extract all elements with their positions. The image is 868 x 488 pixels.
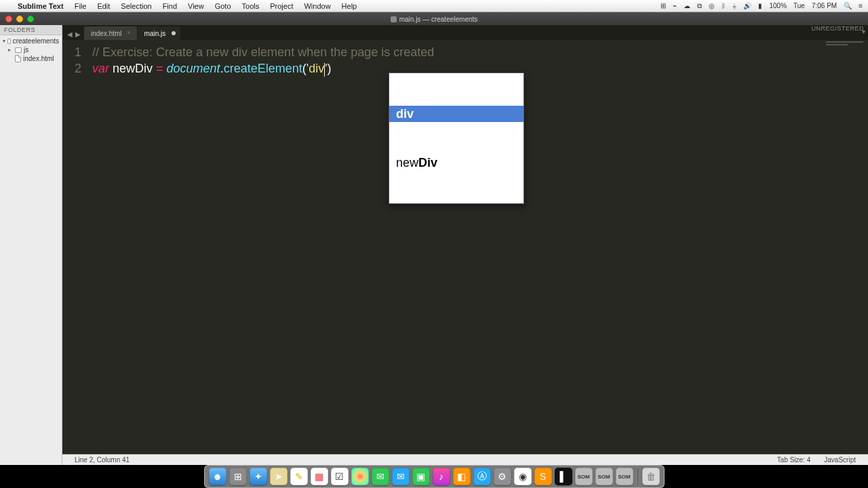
dock-notes-icon[interactable]: ✎	[290, 468, 308, 485]
code-content[interactable]: // Exercise: Create a new div element wh…	[87, 40, 868, 454]
dock-appstore-icon[interactable]: Ⓐ	[473, 468, 491, 485]
dock-separator	[637, 469, 638, 485]
sublime-window: main.js — createelements UNREGISTERED FO…	[0, 12, 868, 465]
clock-day[interactable]: Tue	[793, 2, 805, 9]
line-gutter: 1 2	[62, 40, 87, 454]
editor-area: ◀ ▶ index.html × main.js ▾ 1 2 // E	[62, 25, 868, 465]
dock-finder-icon[interactable]: ☻	[209, 468, 226, 485]
battery-icon[interactable]: ▮	[758, 2, 762, 9]
line-number: 1	[62, 44, 81, 60]
menu-file[interactable]: File	[69, 2, 92, 10]
autocomplete-popup[interactable]: div newDiv	[389, 73, 524, 204]
code-line-1[interactable]: // Exercise: Create a new div element wh…	[92, 44, 868, 60]
dock-calendar-icon[interactable]: ▦	[311, 468, 328, 485]
tree-folder-root[interactable]: ▾ createelements	[0, 37, 62, 45]
tree-file-index[interactable]: index.html	[0, 54, 62, 63]
menu-help[interactable]: Help	[336, 2, 363, 10]
unregistered-label: UNREGISTERED	[811, 25, 864, 32]
autocomplete-item-div[interactable]: div	[389, 106, 524, 122]
tab-dirty-icon	[172, 31, 176, 35]
tab-label: index.html	[91, 30, 122, 37]
window-title: main.js — createelements	[0, 16, 868, 23]
autocomplete-item-newdiv[interactable]: newDiv	[389, 155, 524, 171]
tab-index-html[interactable]: index.html ×	[84, 26, 137, 40]
dock-trash-icon[interactable]: 🗑	[642, 468, 660, 485]
sidebar[interactable]: FOLDERS ▾ createelements ▸ js index.html	[0, 25, 62, 465]
menu-project[interactable]: Project	[264, 2, 298, 10]
spotlight-icon[interactable]: 🔍	[844, 2, 852, 9]
code-editor[interactable]: 1 2 // Exercise: Create a new div elemen…	[62, 40, 868, 454]
nav-back-button[interactable]: ◀	[66, 31, 73, 38]
dock-app-icon[interactable]: SOM	[575, 468, 593, 485]
menu-view[interactable]: View	[182, 2, 210, 10]
menu-tools[interactable]: Tools	[237, 2, 265, 10]
minimap-line	[826, 44, 848, 45]
window-titlebar[interactable]: main.js — createelements	[0, 13, 868, 25]
clock-time[interactable]: 7:06 PM	[812, 2, 837, 9]
dock-app-icon[interactable]: SOM	[616, 468, 633, 485]
dock-maps-icon[interactable]: ➤	[270, 468, 288, 485]
menu-window[interactable]: Window	[298, 2, 336, 10]
line-number: 2	[62, 60, 81, 77]
nav-forward-button[interactable]: ▶	[75, 31, 81, 38]
folder-icon	[7, 39, 11, 44]
dock-launchpad-icon[interactable]: ⊞	[229, 468, 247, 485]
tree-folder-js[interactable]: ▸ js	[0, 45, 62, 54]
dock-sublime-icon[interactable]: S	[534, 468, 552, 485]
tree-label: js	[24, 46, 28, 54]
status-language[interactable]: JavaScript	[817, 456, 863, 464]
menu-extra-icon[interactable]: ⌁	[673, 2, 677, 9]
tree-label: createelements	[13, 37, 59, 45]
dock-facetime-icon[interactable]: ▣	[412, 468, 430, 485]
text-cursor	[324, 63, 325, 77]
menu-extra-icon[interactable]: ☁	[684, 2, 690, 9]
minimap[interactable]	[826, 41, 865, 49]
battery-percent: 100%	[769, 2, 787, 9]
menu-edit[interactable]: Edit	[92, 2, 115, 10]
tab-label: main.js	[144, 30, 166, 37]
dock-photos-icon[interactable]	[351, 468, 369, 485]
menu-extra-icon[interactable]: ◎	[709, 2, 715, 9]
tab-bar: ◀ ▶ index.html × main.js ▾	[62, 25, 868, 40]
notification-center-icon[interactable]: ≡	[859, 2, 863, 9]
minimap-line	[826, 41, 863, 43]
dock-app-icon[interactable]: SOM	[595, 468, 613, 485]
dock-messages-icon[interactable]: ✉	[372, 468, 389, 485]
tree-label: index.html	[23, 55, 54, 62]
tab-close-icon[interactable]: ×	[127, 30, 133, 35]
dock-reminders-icon[interactable]: ☑	[331, 468, 349, 485]
volume-icon[interactable]: 🔊	[743, 2, 751, 9]
folder-icon	[15, 47, 22, 53]
menu-find[interactable]: Find	[157, 2, 182, 10]
menu-goto[interactable]: Goto	[210, 2, 237, 10]
dock-ibooks-icon[interactable]: ◧	[453, 468, 471, 485]
disclosure-arrow-icon[interactable]: ▸	[8, 47, 13, 53]
menu-selection[interactable]: Selection	[115, 2, 157, 10]
tab-main-js[interactable]: main.js	[138, 26, 181, 40]
dock: ☻ ⊞ ✦ ➤ ✎ ▦ ☑ ✉ ✉ ▣ ♪ ◧ Ⓐ ⚙ ◉ S ▌ SOM SO…	[0, 465, 868, 488]
folder-tree: ▾ createelements ▸ js index.html	[0, 35, 62, 64]
mac-menubar: Sublime Text File Edit Selection Find Vi…	[0, 0, 868, 12]
menu-extra-icon[interactable]: ⊞	[660, 2, 666, 9]
status-tab-size[interactable]: Tab Size: 4	[770, 456, 817, 464]
dock-safari-icon[interactable]: ✦	[250, 468, 267, 485]
dock-itunes-icon[interactable]: ♪	[433, 468, 450, 485]
bluetooth-icon[interactable]: ᛒ	[722, 2, 726, 9]
wifi-icon[interactable]: ⏚	[732, 2, 736, 9]
dock-terminal-icon[interactable]: ▌	[555, 468, 572, 485]
sidebar-header: FOLDERS	[0, 25, 62, 35]
status-cursor-pos[interactable]: Line 2, Column 41	[68, 456, 136, 464]
app-menu[interactable]: Sublime Text	[12, 2, 69, 10]
dock-background: ☻ ⊞ ✦ ➤ ✎ ▦ ☑ ✉ ✉ ▣ ♪ ◧ Ⓐ ⚙ ◉ S ▌ SOM SO…	[204, 465, 665, 488]
file-icon	[15, 55, 21, 62]
menu-extra-icon[interactable]: ⧉	[697, 2, 702, 10]
dock-preferences-icon[interactable]: ⚙	[494, 468, 511, 485]
status-bar: Line 2, Column 41 Tab Size: 4 JavaScript	[62, 454, 868, 465]
dock-chrome-icon[interactable]: ◉	[514, 468, 532, 485]
disclosure-arrow-icon[interactable]: ▾	[3, 38, 5, 44]
dock-mail-icon[interactable]: ✉	[392, 468, 410, 485]
file-icon	[391, 16, 397, 22]
